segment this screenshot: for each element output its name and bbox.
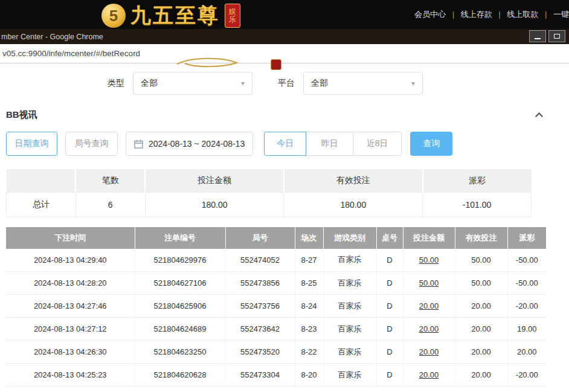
table-row: 2024-08-13 04:29:40 521804629976 5524740… (6, 249, 546, 272)
valid-bet: 50.00 (455, 272, 507, 295)
game-type: 百家乐 (323, 272, 376, 295)
order-id: 521804620628 (135, 364, 225, 387)
round-id: 552473304 (225, 364, 295, 387)
summary-payout: -101.00 (423, 192, 532, 217)
round-id: 552473756 (225, 295, 295, 318)
today-button[interactable]: 今日 (264, 132, 306, 156)
summary-header-empty (7, 169, 76, 192)
bet-amount-link[interactable]: 20.00 (403, 341, 455, 364)
top-nav: 会员中心 | 线上存款 | 线上取款 | 一键 (414, 9, 569, 20)
last8days-button[interactable]: 近8日 (353, 132, 402, 156)
table-no: D (376, 295, 403, 318)
coin-logo-icon: 5 (101, 4, 126, 28)
summary-header-valid: 有效投注 (284, 169, 423, 192)
date-query-button[interactable]: 日期查询 (6, 132, 57, 156)
table-row: 2024-08-13 04:26:30 521804623250 5524735… (6, 341, 546, 364)
header-session: 场次 (295, 227, 323, 249)
header-game-type: 游戏类别 (323, 227, 376, 249)
red-seal-icon (271, 59, 281, 70)
session: 8-23 (295, 318, 323, 341)
valid-bet: 20.00 (455, 341, 507, 364)
chevron-up-icon[interactable] (535, 112, 543, 120)
bet-amount-link[interactable]: 50.00 (403, 272, 455, 295)
platform-label: 平台 (278, 78, 295, 89)
order-id: 521804624689 (135, 318, 225, 341)
nav-deposit[interactable]: 线上存款 (461, 10, 492, 19)
site-logo: 5 九五至尊 娱 乐 (101, 2, 240, 29)
header-round-id: 局号 (225, 227, 295, 249)
section-title: BB视讯 (6, 109, 37, 121)
minimize-button[interactable] (529, 30, 546, 42)
game-type: 百家乐 (323, 341, 376, 364)
yesterday-button[interactable]: 昨日 (306, 132, 353, 156)
query-toolbar: 日期查询 局号查询 2024-08-13 ~ 2024-08-13 今日 昨日 … (6, 132, 569, 156)
table-no: D (376, 272, 403, 295)
valid-bet: 20.00 (455, 364, 507, 387)
nav-onekey[interactable]: 一键 (553, 10, 569, 19)
header-payout: 派彩 (507, 227, 546, 249)
maximize-icon (554, 34, 560, 39)
summary-count: 6 (76, 192, 145, 217)
bet-time: 2024-08-13 04:28:20 (6, 272, 135, 295)
date-range-value: 2024-08-13 ~ 2024-08-13 (149, 139, 245, 149)
badge-char-bottom: 乐 (229, 16, 236, 24)
order-id: 521804625906 (135, 295, 225, 318)
payout: -50.00 (507, 249, 546, 272)
round-id: 552473856 (225, 272, 295, 295)
bet-amount-link[interactable]: 50.00 (403, 249, 455, 272)
nav-member-center[interactable]: 会员中心 (414, 10, 446, 19)
summary-bet-amount: 180.00 (145, 192, 284, 217)
filter-row: 类型 全部 ▾ 平台 全部 ▾ (108, 72, 569, 95)
table-row: 2024-08-13 04:25:23 521804620628 5524733… (6, 364, 546, 387)
calendar-icon (134, 140, 143, 149)
table-no: D (376, 318, 403, 341)
round-query-button[interactable]: 局号查询 (65, 132, 118, 156)
type-select[interactable]: 全部 ▾ (133, 72, 252, 95)
game-type: 百家乐 (323, 364, 376, 387)
logo-flourish (174, 56, 240, 69)
platform-select[interactable]: 全部 ▾ (303, 72, 423, 95)
minimize-icon (535, 38, 541, 39)
section-header: BB视讯 (6, 109, 542, 121)
bet-time: 2024-08-13 04:25:23 (6, 364, 135, 387)
session: 8-20 (295, 364, 323, 387)
session: 8-27 (295, 249, 323, 272)
maximize-button[interactable] (548, 30, 565, 42)
window-titlebar: mber Center - Google Chrome (0, 29, 569, 44)
payout: 19.00 (507, 318, 546, 341)
summary-valid-bet: 180.00 (284, 192, 423, 217)
nav-separator: | (545, 10, 547, 19)
bet-time: 2024-08-13 04:27:46 (6, 295, 135, 318)
round-id: 552474052 (225, 249, 295, 272)
bet-time: 2024-08-13 04:27:12 (6, 318, 135, 341)
order-id: 521804627106 (135, 272, 225, 295)
quick-range-group: 今日 昨日 近8日 (264, 132, 402, 156)
top-banner: 5 九五至尊 娱 乐 会员中心 | 线上存款 | 线上取款 | 一键 (0, 0, 569, 29)
bet-amount-link[interactable]: 20.00 (403, 364, 455, 387)
table-row: 2024-08-13 04:27:12 521804624689 5524736… (6, 318, 546, 341)
valid-bet: 50.00 (455, 249, 507, 272)
summary-table: 笔数 投注金额 有效投注 派彩 总计 6 180.00 180.00 -101.… (6, 169, 532, 217)
nav-separator: | (498, 10, 500, 19)
header-table-no: 桌号 (376, 227, 403, 249)
summary-header-row: 笔数 投注金额 有效投注 派彩 (7, 169, 532, 192)
address-bar[interactable]: v05.cc:9900/infe/mcenter/#/betRecord (0, 44, 569, 63)
round-id: 552473520 (225, 341, 295, 364)
table-no: D (376, 364, 403, 387)
search-button[interactable]: 查询 (410, 132, 452, 156)
nav-withdraw[interactable]: 线上取款 (507, 10, 538, 19)
summary-header-bet: 投注金额 (145, 169, 284, 192)
game-type: 百家乐 (323, 249, 376, 272)
bet-amount-link[interactable]: 20.00 (403, 318, 455, 341)
nav-separator: | (452, 10, 454, 19)
header-valid-bet: 有效投注 (455, 227, 507, 249)
detail-header-row: 下注时间 注单编号 局号 场次 游戏类别 桌号 投注金额 有效投注 派彩 (6, 227, 546, 249)
round-id: 552473642 (225, 318, 295, 341)
bet-amount-link[interactable]: 20.00 (403, 295, 455, 318)
chevron-down-icon: ▾ (411, 79, 415, 88)
date-range-input[interactable]: 2024-08-13 ~ 2024-08-13 (126, 132, 253, 156)
valid-bet: 20.00 (455, 318, 507, 341)
session: 8-24 (295, 295, 323, 318)
header-bet-time: 下注时间 (6, 227, 135, 249)
table-no: D (376, 341, 403, 364)
